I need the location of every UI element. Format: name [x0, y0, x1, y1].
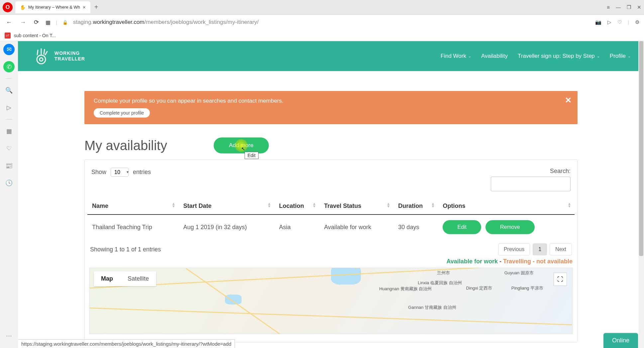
send-icon[interactable]: ▷ — [607, 19, 611, 25]
page-1-button[interactable]: 1 — [533, 243, 547, 255]
heart-icon[interactable]: ♡ — [617, 19, 622, 25]
map-road — [90, 268, 572, 289]
map[interactable]: 兰州市 Guyuan 固原市 Linxia 临夏回族 自治州 Huangnan … — [89, 268, 573, 334]
site-logo[interactable]: WORKING TRAVELLER — [31, 46, 85, 66]
search-icon[interactable]: 🔍 — [3, 85, 15, 96]
col-start-date[interactable]: Start Date▲▼ — [179, 198, 274, 215]
browser-tab-strip: O ✋ My Itinerary – Where & Wh × + ≡ — ❐ … — [0, 0, 644, 15]
map-label: Dingxi 定西市 — [466, 285, 492, 291]
sort-icon: ▲▼ — [386, 203, 390, 208]
sort-icon: ▲▼ — [431, 203, 435, 208]
next-button[interactable]: Next — [550, 243, 572, 255]
flow-icon[interactable]: ▷ — [3, 102, 15, 113]
forward-button[interactable]: → — [19, 19, 27, 26]
map-type-satellite[interactable]: Satellite — [120, 271, 156, 286]
legend-available: Available for work — [447, 258, 498, 265]
url-display[interactable]: staging.workingtraveller.com/members/joe… — [73, 19, 590, 26]
nav-signup[interactable]: Traveller sign up: Step by Step ⌄ — [518, 53, 600, 59]
fullscreen-icon[interactable]: ⛶ — [554, 273, 567, 286]
edit-button[interactable]: Edit — [443, 220, 481, 234]
entries-label: entries — [133, 169, 151, 175]
menu-icon[interactable]: ≡ — [607, 4, 610, 10]
speed-dial-icon[interactable]: ▦ — [46, 19, 51, 26]
favorites-icon[interactable]: ♡ — [3, 143, 15, 154]
availability-panel: Show 10 entries Search: Name▲▼ Start Dat… — [84, 159, 578, 342]
url-prefix: staging. — [73, 19, 93, 25]
map-label: 兰州市 — [437, 270, 450, 276]
top-nav: Find Work ⌄ Availability Traveller sign … — [441, 53, 631, 59]
col-options[interactable]: Options▲▼ — [438, 198, 575, 215]
col-duration[interactable]: Duration▲▼ — [393, 198, 438, 215]
chat-widget[interactable]: Online — [603, 333, 638, 348]
entries-select[interactable]: 10 — [111, 168, 129, 177]
history-icon[interactable]: 🕓 — [3, 177, 15, 189]
map-type-map[interactable]: Map — [94, 271, 120, 286]
complete-profile-button[interactable]: Complete your profile — [94, 108, 150, 118]
remove-button[interactable]: Remove — [485, 220, 535, 234]
news-icon[interactable]: 📰 — [3, 160, 15, 171]
settings-icon[interactable]: ⚙ — [635, 19, 639, 25]
alert-close-icon[interactable]: ✕ — [565, 96, 572, 105]
snapshot-icon[interactable]: 📷 — [595, 19, 601, 25]
map-label: Gannan 甘南藏族 自治州 — [408, 304, 456, 310]
minimize-icon[interactable]: — — [616, 4, 621, 10]
sort-icon: ▲▼ — [268, 203, 271, 208]
page-title: My availability — [84, 138, 167, 153]
map-label: Huangnan 黄南藏族 自治州 — [379, 286, 432, 292]
table-header-row: Name▲▼ Start Date▲▼ Location▲▼ Travel St… — [87, 198, 575, 215]
sort-icon: ▲▼ — [312, 203, 316, 208]
opera-icon[interactable]: O — [3, 2, 13, 12]
add-more-button[interactable]: Add more ↖ Edit — [214, 137, 269, 153]
search-label: Search: — [491, 168, 571, 175]
status-bar-url: https://staging.workingtraveller.com/mem… — [18, 339, 235, 348]
col-name[interactable]: Name▲▼ — [87, 198, 179, 215]
scrollbar[interactable] — [638, 41, 644, 348]
nav-find-work[interactable]: Find Work ⌄ — [441, 53, 471, 59]
close-window-icon[interactable]: ✕ — [637, 4, 641, 10]
address-bar: ← → ⟳ ▦ | 🔒 staging.workingtraveller.com… — [0, 15, 644, 30]
pagination: Previous 1 Next — [498, 243, 572, 255]
map-label: Guyuan 固原市 — [504, 270, 534, 276]
messenger-icon[interactable]: ✉ — [3, 44, 15, 55]
divider — [6, 78, 12, 79]
cell-name: Thailand Teaching Trip — [87, 215, 179, 239]
profile-alert: Complete your profile so you can appear … — [84, 91, 578, 124]
tooltip: Edit — [245, 152, 259, 159]
map-water — [331, 268, 361, 285]
reload-button[interactable]: ⟳ — [33, 19, 40, 26]
divider — [6, 119, 12, 120]
cell-start: Aug 1 2019 (in 32 days) — [179, 215, 274, 239]
prev-button[interactable]: Previous — [498, 243, 530, 255]
lock-icon[interactable]: 🔒 — [62, 20, 68, 25]
scrollbar-thumb[interactable] — [639, 41, 643, 256]
tab-title: My Itinerary – Where & Wh — [28, 5, 80, 10]
nav-availability[interactable]: Availability — [481, 53, 508, 59]
browser-tab[interactable]: ✋ My Itinerary – Where & Wh × — [15, 1, 90, 13]
sort-icon: ▲▼ — [568, 203, 571, 208]
more-icon[interactable]: ⋯ — [3, 330, 15, 341]
svg-point-0 — [37, 55, 46, 64]
maximize-icon[interactable]: ❐ — [627, 4, 631, 10]
nav-profile[interactable]: Profile ⌄ — [610, 53, 631, 59]
whatsapp-icon[interactable]: ✆ — [3, 61, 15, 72]
entries-control: Show 10 entries — [91, 168, 151, 177]
browser-sidebar: ✉ ✆ 🔍 ▷ ▦ ♡ 📰 🕓 ⋯ — [0, 41, 18, 348]
bookmark-favicon: oT — [5, 33, 11, 39]
chevron-down-icon: ⌄ — [468, 54, 471, 58]
cell-duration: 30 days — [393, 215, 438, 239]
logo-text: WORKING TRAVELLER — [54, 50, 85, 62]
back-button[interactable]: ← — [5, 19, 13, 26]
alert-text: Complete your profile so you can appear … — [94, 98, 568, 104]
cell-status: Available for work — [319, 215, 393, 239]
url-domain: workingtraveller.com — [93, 19, 144, 25]
page-viewport: WORKING TRAVELLER Find Work ⌄ Availabili… — [18, 41, 644, 348]
cell-location: Asia — [274, 215, 319, 239]
col-location[interactable]: Location▲▼ — [274, 198, 319, 215]
close-tab-icon[interactable]: × — [83, 4, 86, 10]
col-travel-status[interactable]: Travel Status▲▼ — [319, 198, 393, 215]
bookmark-link[interactable]: sub content - On T... — [14, 33, 56, 38]
search-input[interactable] — [491, 177, 571, 191]
new-tab-button[interactable]: + — [90, 3, 102, 11]
speeddial-icon[interactable]: ▦ — [3, 126, 15, 137]
sort-icon: ▲▼ — [172, 203, 175, 208]
